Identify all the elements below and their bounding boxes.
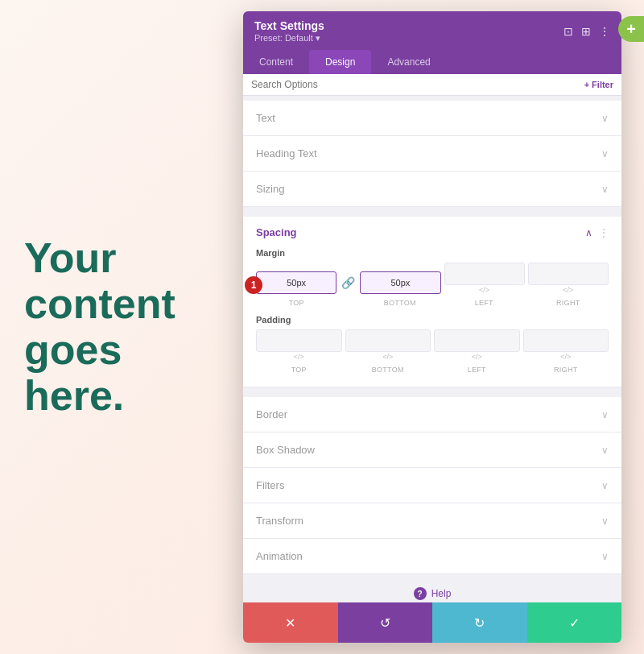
padding-top-code-icon (294, 352, 304, 361)
spacing-section: Spacing ∧ ⋮ Margin 1 🔗 (243, 217, 621, 387)
section-filters[interactable]: Filters ∨ (243, 468, 621, 503)
padding-top-input[interactable] (256, 329, 342, 352)
panel-header-icons: ⊡ ⊞ ⋮ (564, 25, 610, 38)
margin-label: Margin (256, 248, 609, 258)
padding-bottom-cell (345, 329, 431, 361)
padding-bottom-input[interactable] (345, 329, 431, 352)
margin-bottom-cell (360, 271, 440, 294)
heading-text-label: Heading Text (256, 147, 317, 159)
hero-text: Your content goes here. (24, 235, 233, 420)
margin-left-input[interactable] (444, 263, 525, 285)
padding-left-label-text: Left (434, 366, 520, 374)
spacing-title: Spacing (256, 226, 297, 238)
margin-bottom-input[interactable] (360, 271, 440, 294)
padding-right-cell (523, 329, 609, 361)
spacing-chevron-icon: ∧ (585, 227, 592, 238)
settings-panel: Text Settings Preset: Default ▾ ⊡ ⊞ ⋮ Co… (243, 11, 621, 643)
heading-chevron-icon: ∨ (601, 148, 609, 159)
tab-advanced[interactable]: Advanced (371, 50, 446, 74)
section-heading-text[interactable]: Heading Text ∨ (243, 136, 621, 172)
padding-label: Padding (256, 315, 609, 325)
tab-content[interactable]: Content (243, 50, 309, 74)
margin-left-code-icon (479, 285, 489, 294)
padding-top-label-text: Top (256, 366, 342, 374)
padding-bottom-code-icon (382, 352, 393, 361)
border-chevron-icon: ∨ (601, 409, 609, 420)
link-icon[interactable]: 🔗 (340, 271, 357, 294)
search-bar: + Filter (243, 74, 621, 96)
section-animation[interactable]: Animation ∨ (243, 539, 621, 574)
panel-footer: ✕ ↺ ↻ ✓ (243, 602, 621, 643)
padding-section: Padding (256, 315, 609, 374)
section-box-shadow[interactable]: Box Shadow ∨ (243, 433, 621, 468)
padding-bottom-label-text: Bottom (345, 366, 431, 374)
sections-below: Border ∨ Box Shadow ∨ Filters ∨ Transfor… (243, 397, 621, 574)
search-input[interactable] (251, 79, 584, 90)
margin-bottom-label-text: Bottom (360, 299, 441, 307)
margin-right-label-text: Right (528, 299, 609, 307)
help-label: Help (431, 588, 452, 599)
padding-left-cell (434, 329, 520, 361)
undo-button[interactable]: ↺ (338, 602, 433, 643)
margin-top-input[interactable] (256, 271, 336, 294)
transform-chevron-icon: ∨ (601, 515, 609, 527)
section-text-label: Text (256, 112, 275, 124)
padding-right-code-icon (560, 352, 571, 361)
filter-button[interactable]: + Filter (584, 80, 613, 89)
section-transform[interactable]: Transform ∨ (243, 503, 621, 539)
section-border[interactable]: Border ∨ (243, 397, 621, 433)
confirm-button[interactable]: ✓ (527, 602, 622, 643)
padding-top-cell (256, 329, 342, 361)
filters-label: Filters (256, 479, 284, 491)
help-section[interactable]: ? Help (243, 574, 621, 602)
more-icon[interactable]: ⋮ (599, 25, 610, 38)
transform-label: Transform (256, 515, 303, 527)
redo-button[interactable]: ↻ (432, 602, 527, 643)
margin-left-label-text: Left (444, 299, 525, 307)
tab-design[interactable]: Design (309, 50, 371, 74)
filters-chevron-icon: ∨ (601, 480, 609, 491)
border-label: Border (256, 408, 287, 420)
margin-right-input[interactable] (528, 263, 609, 285)
spacing-more-icon[interactable]: ⋮ (599, 227, 609, 238)
box-shadow-label: Box Shadow (256, 444, 315, 456)
add-button[interactable]: + (618, 16, 644, 42)
animation-chevron-icon: ∨ (601, 551, 609, 562)
padding-left-input[interactable] (434, 329, 520, 352)
sizing-label: Sizing (256, 183, 284, 195)
padding-right-label-text: Right (523, 366, 609, 374)
panel-preset[interactable]: Preset: Default ▾ (254, 33, 324, 43)
panel-header: Text Settings Preset: Default ▾ ⊡ ⊞ ⋮ (243, 11, 621, 50)
animation-label: Animation (256, 550, 303, 562)
cancel-button[interactable]: ✕ (243, 602, 338, 643)
spacing-body: Margin 1 🔗 (243, 248, 621, 387)
section-text[interactable]: Text ∨ (243, 101, 621, 136)
padding-left-code-icon (472, 352, 482, 361)
help-icon: ? (414, 587, 427, 600)
margin-top-label-text: Top (256, 299, 337, 307)
panel-body: Text ∨ Heading Text ∨ Sizing ∨ Spacing ∧… (243, 96, 621, 602)
spacing-header[interactable]: Spacing ∧ ⋮ (243, 217, 621, 248)
box-shadow-chevron-icon: ∨ (601, 445, 609, 456)
panel-title: Text Settings (254, 19, 324, 32)
section-sizing[interactable]: Sizing ∨ (243, 172, 621, 207)
columns-icon[interactable]: ⊞ (581, 25, 591, 38)
tabs: Content Design Advanced (243, 50, 621, 74)
fullscreen-icon[interactable]: ⊡ (564, 25, 573, 38)
margin-right-cell (528, 263, 609, 294)
margin-top-cell (256, 271, 336, 294)
step-badge: 1 (245, 276, 262, 294)
margin-left-cell (444, 263, 525, 294)
sizing-chevron-icon: ∨ (601, 184, 609, 195)
text-chevron-icon: ∨ (601, 113, 609, 124)
padding-right-input[interactable] (523, 329, 609, 352)
margin-right-code-icon (563, 285, 573, 294)
